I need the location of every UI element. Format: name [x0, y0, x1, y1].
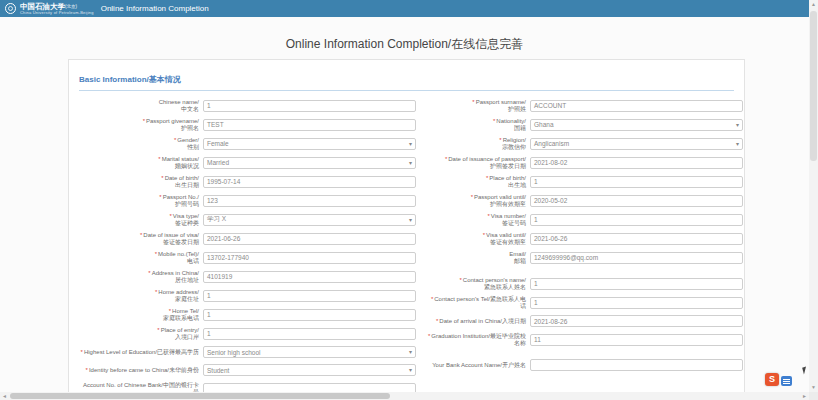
text-input[interactable]: 1 — [530, 214, 743, 226]
logo-branch: (北京) — [65, 4, 77, 9]
required-asterisk: * — [158, 156, 160, 162]
required-asterisk: * — [143, 118, 145, 124]
text-input[interactable]: 1995-07-14 — [203, 176, 416, 188]
required-asterisk: * — [459, 277, 461, 283]
horizontal-scrollbar[interactable]: ◄ ► — [0, 392, 809, 400]
field-control: 1 — [530, 297, 743, 309]
field-control: 2021-06-26 — [530, 233, 743, 245]
text-input[interactable] — [530, 359, 743, 371]
field-value: 4101919 — [207, 273, 232, 280]
vertical-scrollbar[interactable]: ▲ ▼ — [809, 0, 818, 392]
text-input[interactable]: 2021-08-02 — [530, 157, 743, 169]
form-row: *Contact person's Tel/紧急联系人电话 1 — [426, 296, 743, 309]
vertical-scroll-thumb[interactable] — [810, 11, 817, 161]
field-value: 学习 X — [207, 215, 226, 224]
text-input[interactable]: 1249699996@qq.com — [530, 252, 743, 264]
text-input[interactable]: 4101919 — [203, 271, 416, 283]
required-asterisk: * — [499, 137, 501, 143]
form-row: *Visa type/签证种类 学习 X▾ — [77, 213, 416, 226]
field-control: 1 — [203, 100, 416, 112]
field-value: 11 — [534, 336, 541, 343]
field-control — [530, 359, 743, 371]
mouse-cursor — [802, 367, 808, 375]
text-input[interactable]: 123 — [203, 195, 416, 207]
text-input[interactable]: 2021-08-26 — [530, 315, 743, 327]
select-input[interactable]: Senior high school▾ — [203, 346, 416, 358]
form-row: *Passport valid until/护照有效期至 2020-05-02 — [426, 194, 743, 207]
required-asterisk: * — [155, 289, 157, 295]
field-control: 13702-177940 — [203, 252, 416, 264]
required-asterisk: * — [155, 251, 157, 257]
field-label: *Contact person's name/紧急联系人姓名 — [426, 277, 530, 290]
form-row: *Passport No./护照号码 123 — [77, 194, 416, 207]
field-control: 11 — [530, 334, 743, 346]
field-control: 1 — [530, 214, 743, 226]
required-asterisk: * — [148, 270, 150, 276]
field-label: *Contact person's Tel/紧急联系人电话 — [426, 296, 530, 309]
select-input[interactable]: Anglicanism▾ — [530, 138, 743, 150]
field-label: *Gender/性别 — [77, 137, 203, 150]
scroll-right-icon[interactable]: ► — [800, 392, 809, 400]
text-input[interactable]: 2021-06-26 — [203, 233, 416, 245]
field-value: ACCOUNT — [534, 102, 566, 109]
text-input[interactable]: 1 — [203, 290, 416, 302]
text-input[interactable]: 1 — [203, 100, 416, 112]
required-asterisk: * — [161, 175, 163, 181]
required-asterisk: * — [174, 137, 176, 143]
form-row: *Date of arrival in China/入境日期 2021-08-2… — [426, 315, 743, 327]
field-control: 2021-08-26 — [530, 315, 743, 327]
text-input[interactable]: 13702-177940 — [203, 252, 416, 264]
scroll-left-icon[interactable]: ◄ — [0, 392, 9, 400]
university-logo-icon — [5, 3, 16, 14]
field-control: 2021-06-26 — [203, 233, 416, 245]
text-input[interactable]: 1 — [203, 328, 416, 340]
field-control: 4101919 — [203, 271, 416, 283]
scroll-down-icon[interactable]: ▼ — [809, 383, 818, 392]
ime-toolbar[interactable]: S — [765, 373, 792, 386]
required-asterisk: * — [169, 308, 171, 314]
scroll-up-icon[interactable]: ▲ — [809, 0, 818, 9]
field-value: 2021-06-26 — [207, 235, 240, 242]
select-input[interactable]: Female▾ — [203, 138, 416, 150]
field-control: Married▾ — [203, 157, 416, 169]
field-label: *Visa type/签证种类 — [77, 213, 203, 226]
form-row: *Date of issue of visa/签证签发日期 2021-06-26 — [77, 232, 416, 245]
text-input[interactable]: 1 — [203, 309, 416, 321]
field-label: Chinese name/中文名 — [77, 99, 203, 112]
select-input[interactable]: 学习 X▾ — [203, 214, 416, 226]
field-value: 2020-05-02 — [534, 197, 567, 204]
form-row: *Contact person's name/紧急联系人姓名 1 — [426, 277, 743, 290]
sogou-input-icon[interactable]: S — [765, 373, 779, 386]
text-input[interactable]: 2021-06-26 — [530, 233, 743, 245]
select-input[interactable]: Student▾ — [203, 364, 416, 376]
text-input[interactable]: 1 — [530, 176, 743, 188]
field-label: *Marital status/婚姻状况 — [77, 156, 203, 169]
field-value: 2021-08-26 — [534, 318, 567, 325]
text-input[interactable]: TEST — [203, 119, 416, 131]
field-control: 1 — [203, 328, 416, 340]
keyboard-icon[interactable] — [781, 376, 792, 386]
app-title: Online Information Completion — [101, 4, 209, 13]
field-value: 13702-177940 — [207, 254, 249, 261]
form-row: *Marital status/婚姻状况 Married▾ — [77, 156, 416, 169]
text-input[interactable]: 2020-05-02 — [530, 195, 743, 207]
field-label: *Date of issuance of passport/护照签发日期 — [426, 156, 530, 169]
text-input[interactable]: 1 — [530, 297, 743, 309]
form-row: *Identity before came to China/来华前身份 Stu… — [77, 364, 416, 376]
form-row: Your Bank Account Name/开户姓名 — [426, 359, 743, 371]
university-logo-text: 中国石油大学(北京) China University of Petroleum… — [20, 1, 94, 16]
text-input[interactable]: 1 — [530, 278, 743, 290]
chevron-down-icon: ▾ — [736, 122, 739, 128]
select-input[interactable]: Married▾ — [203, 157, 416, 169]
select-input[interactable]: Ghana▾ — [530, 119, 743, 131]
form-row: *Religion/宗教信仰 Anglicanism▾ — [426, 137, 743, 150]
horizontal-scroll-thumb[interactable] — [10, 393, 390, 399]
required-asterisk: * — [493, 118, 495, 124]
field-label: *Visa valid until/签证有效期至 — [426, 232, 530, 245]
text-input[interactable]: 11 — [530, 334, 743, 346]
required-asterisk: * — [157, 327, 159, 333]
text-input[interactable]: ACCOUNT — [530, 100, 743, 112]
field-value: 1995-07-14 — [207, 178, 240, 185]
form-column-right: *Passport surname/护照姓 ACCOUNT *Nationali… — [426, 99, 743, 400]
form-row: *Passport surname/护照姓 ACCOUNT — [426, 99, 743, 112]
